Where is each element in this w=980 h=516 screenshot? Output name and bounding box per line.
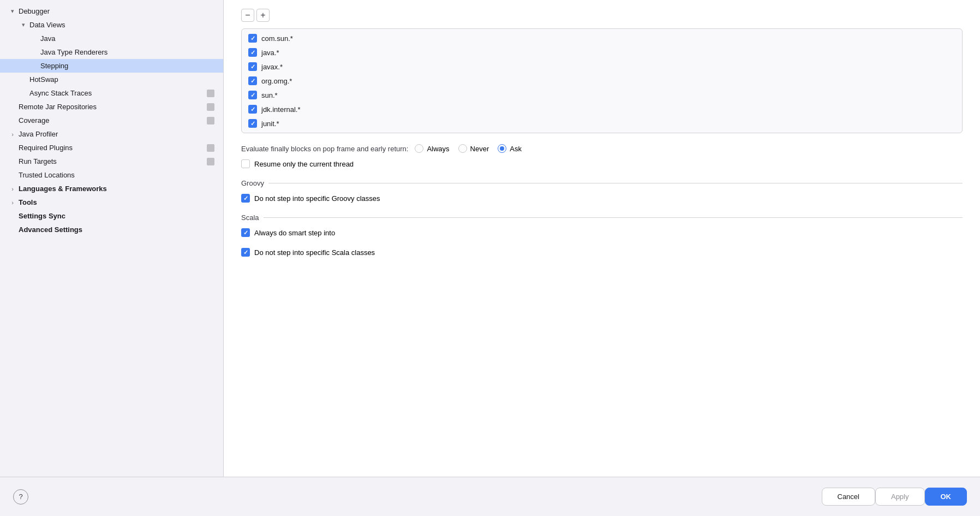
resume-thread-row[interactable]: Resume only the current thread <box>241 159 963 168</box>
sidebar-item-java-type-renderers[interactable]: Java Type Renderers <box>0 45 223 59</box>
badge-icon <box>207 158 214 165</box>
cancel-button[interactable]: Cancel <box>822 488 875 506</box>
sidebar-item-label: Stepping <box>40 62 214 70</box>
filter-checkbox-jdk-internal[interactable] <box>248 105 257 114</box>
sidebar-item-advanced-settings[interactable]: Advanced Settings <box>0 223 223 236</box>
sidebar: ▾Debugger▾Data ViewsJavaJava Type Render… <box>0 0 224 477</box>
radio-circle-ask[interactable] <box>498 144 506 153</box>
step-filter-item-sun[interactable]: sun.* <box>242 88 962 102</box>
chevron-placeholder <box>9 103 16 111</box>
chevron-placeholder <box>20 76 27 84</box>
filter-label-jdk-internal: jdk.internal.* <box>261 105 301 114</box>
radio-group: AlwaysNeverAsk <box>415 144 522 153</box>
radio-option-always[interactable]: Always <box>415 144 449 153</box>
scala-section-label: Scala <box>241 213 259 222</box>
footer-inner: ? Cancel Apply OK <box>13 488 967 506</box>
sidebar-item-label: Trusted Locations <box>19 171 214 179</box>
toolbar-row: − + <box>241 9 963 22</box>
apply-button[interactable]: Apply <box>875 488 925 506</box>
sidebar-item-label: Remote Jar Repositories <box>19 103 204 111</box>
sidebar-item-debugger[interactable]: ▾Debugger <box>0 4 223 18</box>
groovy-divider <box>268 183 963 183</box>
sidebar-item-hotswap[interactable]: HotSwap <box>0 73 223 86</box>
step-filter-item-javax[interactable]: javax.* <box>242 60 962 74</box>
sidebar-item-languages-frameworks[interactable]: ›Languages & Frameworks <box>0 182 223 195</box>
add-button[interactable]: + <box>256 9 270 22</box>
ok-button[interactable]: OK <box>925 488 967 506</box>
filter-checkbox-sun[interactable] <box>248 91 257 99</box>
chevron-placeholder <box>9 158 16 165</box>
scala-section-header: Scala <box>241 213 963 222</box>
chevron-icon: › <box>9 199 16 206</box>
step-filter-item-com-sun[interactable]: com.sun.* <box>242 31 962 45</box>
step-filter-item-jdk-internal[interactable]: jdk.internal.* <box>242 102 962 116</box>
footer: ? Cancel Apply OK <box>0 477 980 516</box>
sidebar-item-async-stack-traces[interactable]: Async Stack Traces <box>0 86 223 100</box>
remove-button[interactable]: − <box>241 9 254 22</box>
chevron-placeholder <box>31 62 38 70</box>
sidebar-item-java[interactable]: Java <box>0 32 223 45</box>
radio-option-ask[interactable]: Ask <box>498 144 522 153</box>
sidebar-item-data-views[interactable]: ▾Data Views <box>0 18 223 32</box>
groovy-section-header: Groovy <box>241 179 963 187</box>
sidebar-item-label: Tools <box>19 198 214 206</box>
groovy-section-label: Groovy <box>241 179 264 187</box>
groovy-checkbox-row[interactable]: Do not step into specific Groovy classes <box>241 194 963 203</box>
step-filter-list: com.sun.*java.*javax.*org.omg.*sun.*jdk.… <box>241 28 963 133</box>
sidebar-item-settings-sync[interactable]: Settings Sync <box>0 209 223 223</box>
step-filter-item-junit[interactable]: junit.* <box>242 116 962 131</box>
chevron-placeholder <box>9 212 16 220</box>
chevron-placeholder <box>9 226 16 234</box>
sidebar-item-run-targets[interactable]: Run Targets <box>0 155 223 168</box>
chevron-icon: › <box>9 185 16 193</box>
chevron-placeholder <box>9 171 16 179</box>
sidebar-item-required-plugins[interactable]: Required Plugins <box>0 141 223 155</box>
badge-icon <box>207 90 214 97</box>
radio-circle-always[interactable] <box>415 144 423 153</box>
badge-icon <box>207 144 214 152</box>
scala-checkbox2-row[interactable]: Do not step into specific Scala classes <box>241 248 963 257</box>
scala-label2: Do not step into specific Scala classes <box>254 248 375 257</box>
badge-icon <box>207 103 214 111</box>
sidebar-item-label: HotSwap <box>29 75 214 84</box>
content-panel: − + com.sun.*java.*javax.*org.omg.*sun.*… <box>224 0 980 477</box>
scala-checkbox1-row[interactable]: Always do smart step into <box>241 228 963 237</box>
filter-checkbox-java[interactable] <box>248 48 257 57</box>
radio-circle-never[interactable] <box>458 144 467 153</box>
sidebar-item-coverage[interactable]: Coverage <box>0 114 223 127</box>
sidebar-item-trusted-locations[interactable]: Trusted Locations <box>0 168 223 182</box>
filter-checkbox-javax[interactable] <box>248 62 257 71</box>
scala-label1: Always do smart step into <box>254 229 335 237</box>
resume-checkbox[interactable] <box>241 159 250 168</box>
chevron-placeholder <box>31 35 38 43</box>
sidebar-item-java-profiler[interactable]: ›Java Profiler <box>0 127 223 141</box>
resume-label: Resume only the current thread <box>254 160 354 168</box>
sidebar-item-label: Debugger <box>19 7 214 15</box>
sidebar-item-label: Run Targets <box>19 157 204 165</box>
scala-checkbox2[interactable] <box>241 248 250 257</box>
radio-label-ask: Ask <box>510 145 522 153</box>
filter-label-sun: sun.* <box>261 91 278 99</box>
chevron-placeholder <box>9 144 16 152</box>
filter-checkbox-junit[interactable] <box>248 119 257 128</box>
sidebar-item-label: Advanced Settings <box>19 226 214 234</box>
sidebar-item-label: Coverage <box>19 116 204 124</box>
help-button[interactable]: ? <box>13 489 28 505</box>
sidebar-item-label: Async Stack Traces <box>29 89 204 97</box>
sidebar-item-label: Settings Sync <box>19 212 214 220</box>
sidebar-item-label: Languages & Frameworks <box>19 185 214 193</box>
sidebar-item-tools[interactable]: ›Tools <box>0 195 223 209</box>
badge-icon <box>207 117 214 124</box>
step-filter-item-java[interactable]: java.* <box>242 45 962 60</box>
chevron-icon: ▾ <box>20 21 27 29</box>
radio-label-never: Never <box>470 145 489 153</box>
step-filter-item-org-omg[interactable]: org.omg.* <box>242 74 962 88</box>
radio-label-always: Always <box>427 145 449 153</box>
groovy-checkbox[interactable] <box>241 194 250 203</box>
sidebar-item-remote-jar-repositories[interactable]: Remote Jar Repositories <box>0 100 223 114</box>
radio-option-never[interactable]: Never <box>458 144 489 153</box>
filter-checkbox-com-sun[interactable] <box>248 34 257 43</box>
filter-checkbox-org-omg[interactable] <box>248 76 257 85</box>
sidebar-item-stepping[interactable]: Stepping <box>0 59 223 73</box>
scala-checkbox1[interactable] <box>241 228 250 237</box>
